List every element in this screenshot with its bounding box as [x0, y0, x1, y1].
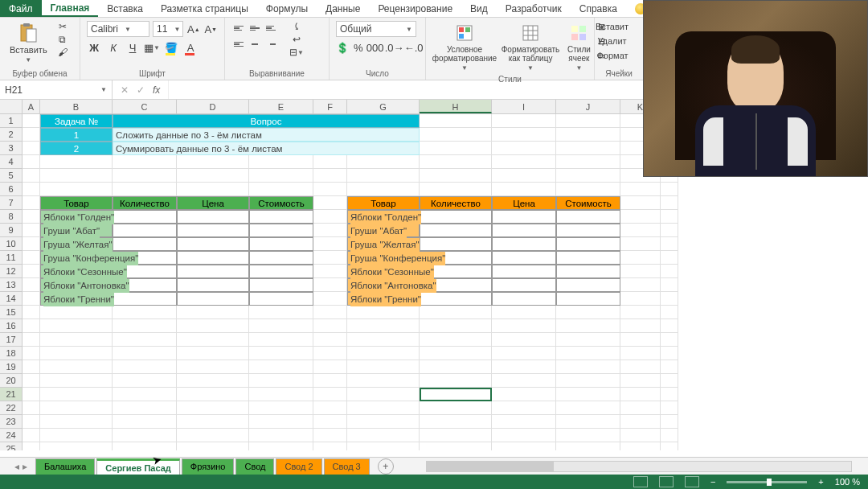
col-header-D[interactable]: D [177, 100, 249, 113]
cell-F14[interactable] [313, 292, 347, 306]
col-header-J[interactable]: J [556, 100, 620, 113]
cell-B12[interactable]: Яблоки "Сезонные" [40, 265, 113, 278]
cell-L18[interactable] [661, 347, 678, 360]
cell-I1[interactable] [492, 114, 556, 128]
col-header-A[interactable]: A [23, 100, 40, 113]
cell-A10[interactable] [23, 237, 40, 251]
cell-A15[interactable] [23, 306, 40, 319]
col-header-B[interactable]: B [40, 100, 113, 113]
cell-J20[interactable] [556, 374, 620, 388]
cell-C3[interactable]: Суммировать данные по 3 - ём листам [113, 142, 420, 155]
row-header-10[interactable]: 10 [0, 237, 23, 251]
cell-I9[interactable] [492, 224, 556, 237]
cell-K21[interactable] [620, 388, 661, 401]
page-break-icon[interactable] [685, 476, 699, 487]
cell-I21[interactable] [492, 388, 556, 401]
cell-C4[interactable] [113, 155, 177, 169]
cell-A18[interactable] [23, 347, 40, 360]
cell-B23[interactable] [40, 415, 113, 429]
cell-H6[interactable] [420, 183, 492, 196]
select-all-corner[interactable] [0, 100, 23, 113]
cell-J15[interactable] [556, 306, 620, 319]
cell-D10[interactable] [177, 237, 249, 251]
inc-decimal-icon[interactable]: .0→ [387, 40, 402, 55]
cell-G15[interactable] [347, 306, 420, 319]
cell-E9[interactable] [249, 224, 313, 237]
cell-F25[interactable] [313, 442, 347, 450]
orientation-icon[interactable]: ⤹ [289, 21, 304, 32]
cell-H25[interactable] [420, 442, 492, 450]
row-header-9[interactable]: 9 [0, 224, 23, 237]
file-tab[interactable]: Файл [0, 0, 42, 17]
cell-H7[interactable]: Количество [420, 196, 492, 210]
align-center[interactable] [248, 37, 262, 51]
cell-J6[interactable] [556, 183, 620, 196]
cell-F24[interactable] [313, 429, 347, 442]
cell-A19[interactable] [23, 360, 40, 374]
menu-tab-Формулы[interactable]: Формулы [257, 0, 317, 17]
cell-L21[interactable] [661, 388, 678, 401]
horizontal-scrollbar[interactable] [426, 461, 852, 472]
cell-L19[interactable] [661, 360, 678, 374]
grow-font-icon[interactable]: A▲ [186, 22, 200, 36]
cell-F23[interactable] [313, 415, 347, 429]
cell-C7[interactable]: Количество [113, 196, 177, 210]
row-header-20[interactable]: 20 [0, 374, 23, 388]
cell-B9[interactable]: Груши "Абат" [40, 224, 113, 237]
cell-H24[interactable] [420, 429, 492, 442]
cell-D18[interactable] [177, 347, 249, 360]
cell-F16[interactable] [313, 319, 347, 333]
cell-G4[interactable] [347, 155, 420, 169]
col-header-F[interactable]: F [313, 100, 347, 113]
cell-E4[interactable] [249, 155, 313, 169]
cell-L25[interactable] [661, 442, 678, 450]
cell-I16[interactable] [492, 319, 556, 333]
cell-J10[interactable] [556, 237, 620, 251]
cell-C24[interactable] [113, 429, 177, 442]
cell-F5[interactable] [313, 169, 347, 183]
cell-A6[interactable] [23, 183, 40, 196]
cell-B6[interactable] [40, 183, 113, 196]
cell-L6[interactable] [661, 183, 678, 196]
cell-K8[interactable] [620, 210, 661, 224]
cancel-icon[interactable]: ✕ [121, 84, 129, 96]
cell-B21[interactable] [40, 388, 113, 401]
cell-G22[interactable] [347, 401, 420, 415]
cell-B1[interactable]: Задача № [40, 114, 113, 128]
shrink-font-icon[interactable]: A▼ [204, 22, 218, 36]
cell-I2[interactable] [492, 128, 556, 142]
align-bottom[interactable] [264, 21, 278, 35]
cell-G25[interactable] [347, 442, 420, 450]
cut-icon[interactable]: ✂ [55, 21, 70, 32]
row-header-11[interactable]: 11 [0, 251, 23, 265]
cell-A11[interactable] [23, 251, 40, 265]
cell-A3[interactable] [23, 142, 40, 155]
menu-tab-Вид[interactable]: Вид [461, 0, 497, 17]
cell-J9[interactable] [556, 224, 620, 237]
cell-J1[interactable] [556, 114, 620, 128]
cell-B5[interactable] [40, 169, 113, 183]
cell-A14[interactable] [23, 292, 40, 306]
cell-C16[interactable] [113, 319, 177, 333]
cell-B10[interactable]: Груша "Желтая" [40, 237, 113, 251]
cell-E16[interactable] [249, 319, 313, 333]
cell-J19[interactable] [556, 360, 620, 374]
cell-E11[interactable] [249, 251, 313, 265]
cell-I11[interactable] [492, 251, 556, 265]
cell-K22[interactable] [620, 401, 661, 415]
cell-B18[interactable] [40, 347, 113, 360]
cell-B2[interactable]: 1 [40, 128, 113, 142]
cell-G11[interactable]: Груша "Конференция" [347, 251, 420, 265]
format-table-button[interactable]: Форматировать как таблицу▼ [498, 21, 563, 73]
row-header-8[interactable]: 8 [0, 210, 23, 224]
row-header-2[interactable]: 2 [0, 128, 23, 142]
wrap-text-icon[interactable]: ↩ [289, 34, 304, 45]
cell-L8[interactable] [661, 210, 678, 224]
cell-J14[interactable] [556, 292, 620, 306]
cell-E24[interactable] [249, 429, 313, 442]
cell-E21[interactable] [249, 388, 313, 401]
cell-J16[interactable] [556, 319, 620, 333]
number-format-select[interactable]: Общий▼ [336, 21, 416, 37]
cell-F19[interactable] [313, 360, 347, 374]
cell-D25[interactable] [177, 442, 249, 450]
